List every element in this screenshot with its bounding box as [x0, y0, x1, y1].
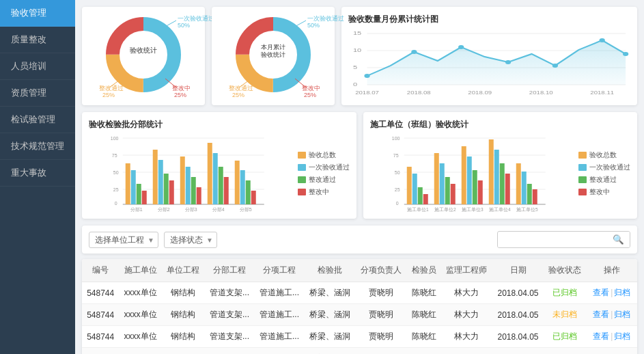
status-select[interactable]: 选择状态: [164, 232, 217, 248]
col-danweigongcheng: 单位工程: [162, 259, 205, 282]
legend2-item-3: 整改通过: [578, 175, 630, 185]
svg-rect-98: [423, 194, 428, 204]
table-cell: 桥梁、涵洞: [305, 326, 356, 348]
svg-text:50%: 50%: [178, 22, 190, 29]
svg-rect-105: [472, 170, 477, 204]
search-input[interactable]: [498, 232, 607, 247]
view-link[interactable]: 查看: [593, 310, 609, 319]
svg-text:本月累计: 本月累计: [261, 44, 285, 51]
table-cell: 548744: [82, 348, 119, 355]
bar-chart-2-inner: 100 75 50 25 0: [370, 135, 631, 212]
svg-rect-112: [521, 172, 526, 204]
svg-line-20: [294, 21, 306, 27]
table-cell: xxxx单位: [119, 304, 162, 326]
svg-rect-100: [439, 163, 444, 204]
svg-rect-110: [505, 174, 509, 204]
status-select-wrapper: 选择状态 ▼: [164, 232, 217, 248]
donut1-container: 验收统计 一次验收通过 50% 整改通过 25% 整改中 25%: [96, 14, 191, 96]
svg-rect-96: [412, 174, 417, 204]
svg-rect-113: [527, 184, 531, 204]
col-jianyanbatch: 检验批: [305, 259, 356, 282]
table-header-row: 编号 施工单位 单位工程 分部工程 分项工程 检验批 分项负责人 检验员 监理工…: [82, 259, 637, 282]
table-cell: 未归档: [544, 304, 587, 326]
svg-text:一次验收通过: 一次验收通过: [307, 15, 344, 22]
svg-text:50%: 50%: [307, 22, 320, 29]
search-button[interactable]: 🔍: [607, 232, 630, 247]
svg-text:整改通过: 整改通过: [229, 85, 253, 92]
svg-rect-76: [235, 161, 240, 204]
svg-point-39: [411, 50, 417, 54]
svg-text:25%: 25%: [102, 92, 115, 98]
table-cell: 2018.04.05: [492, 304, 544, 326]
archive-link[interactable]: 归档: [614, 310, 630, 319]
unit-select[interactable]: 选择单位工程: [89, 232, 158, 248]
svg-text:施工单位3: 施工单位3: [461, 207, 483, 212]
table-cell: 林大力: [441, 282, 492, 304]
view-link[interactable]: 查看: [593, 331, 609, 341]
svg-text:验收统计: 验收统计: [261, 51, 285, 58]
svg-text:施工单位2: 施工单位2: [434, 207, 456, 212]
svg-rect-78: [246, 180, 251, 204]
legend2-color-4: [578, 189, 587, 195]
data-table-card: 编号 施工单位 单位工程 分部工程 分项工程 检验批 分项负责人 检验员 监理工…: [82, 259, 637, 354]
svg-rect-108: [494, 150, 499, 204]
svg-text:75: 75: [112, 153, 117, 158]
search-box: 🔍: [497, 231, 630, 248]
table-cell: xxxx单位: [119, 326, 162, 348]
table-cell: 桥梁、涵洞: [305, 348, 356, 355]
unit-select-wrapper: 选择单位工程 ▼: [89, 232, 158, 248]
sidebar-item-zizhi[interactable]: 资质管理: [0, 80, 75, 107]
sidebar-item-jishufangguan[interactable]: 技术规范管理: [0, 133, 75, 160]
table-cell: 查看|归档: [587, 348, 637, 355]
svg-text:2018.07: 2018.07: [355, 90, 379, 95]
col-fenxiangfuzeren: 分项负责人: [356, 259, 407, 282]
table-cell: 桥梁、涵洞: [305, 282, 356, 304]
line-chart-svg: 15 10 5 0: [348, 28, 630, 96]
table-cell: 钢结构: [162, 348, 205, 355]
legend2-item-2: 一次验收通过: [578, 163, 630, 172]
svg-text:25%: 25%: [232, 92, 244, 98]
svg-point-42: [552, 64, 558, 68]
svg-rect-61: [131, 170, 136, 204]
table-cell: 2018.04.05: [492, 326, 544, 348]
table-cell: 管道支架...: [204, 348, 254, 355]
table-cell: 管道支架...: [204, 304, 254, 326]
svg-point-38: [364, 74, 369, 78]
bar-chart-1-svg: 100 75 50 25 0: [89, 135, 290, 210]
top-charts-row: 验收统计 一次验收通过 50% 整改通过 25% 整改中 25%: [82, 7, 637, 105]
svg-text:2018.11: 2018.11: [590, 90, 614, 95]
legend-item-2: 一次验收通过: [298, 163, 350, 172]
svg-rect-114: [532, 189, 537, 204]
table-cell: 贾晓明: [356, 282, 407, 304]
sidebar-item-jianlianyan[interactable]: 检试验管理: [0, 107, 75, 133]
sidebar-item-zhongdashigu[interactable]: 重大事故: [0, 160, 75, 187]
svg-rect-62: [137, 184, 141, 204]
table-cell: 管道支架...: [204, 282, 254, 304]
sidebar-item-zhiliangzhengga[interactable]: 质量整改: [0, 27, 75, 53]
sidebar-item-renyuanpeixun[interactable]: 人员培训: [0, 53, 75, 80]
donut2-svg: 本月累计 验收统计 一次验收通过 50% 整改通过 25% 整改中 25%: [225, 14, 321, 96]
col-status: 验收状态: [544, 259, 587, 282]
bar-chart-1-area: 100 75 50 25 0: [89, 135, 290, 212]
svg-text:2018.10: 2018.10: [529, 90, 553, 95]
table-cell: 查看|归档: [587, 326, 637, 348]
svg-text:5: 5: [353, 64, 357, 70]
col-shigongdanwei: 施工单位: [119, 259, 162, 282]
archive-link[interactable]: 归档: [614, 331, 630, 341]
col-action: 操作: [587, 259, 637, 282]
view-link[interactable]: 查看: [593, 288, 609, 297]
legend-color-2: [298, 164, 306, 171]
svg-rect-106: [477, 180, 482, 204]
col-jianlienggineer: 监理工程师: [441, 259, 492, 282]
svg-rect-67: [169, 180, 174, 204]
table-cell: 未归档: [544, 348, 587, 355]
archive-link[interactable]: 归档: [614, 288, 630, 297]
sidebar-item-yanshouguan[interactable]: 验收管理: [0, 0, 75, 27]
main-content: 验收统计 一次验收通过 50% 整改通过 25% 整改中 25%: [75, 0, 644, 354]
table-cell: xxxx单位: [119, 282, 162, 304]
table-cell: 贾晓明: [356, 326, 407, 348]
table-cell: 548744: [82, 282, 119, 304]
table-cell: 陈晓红: [407, 348, 441, 355]
svg-text:整改中: 整改中: [302, 85, 320, 92]
table-cell: 钢结构: [162, 304, 205, 326]
